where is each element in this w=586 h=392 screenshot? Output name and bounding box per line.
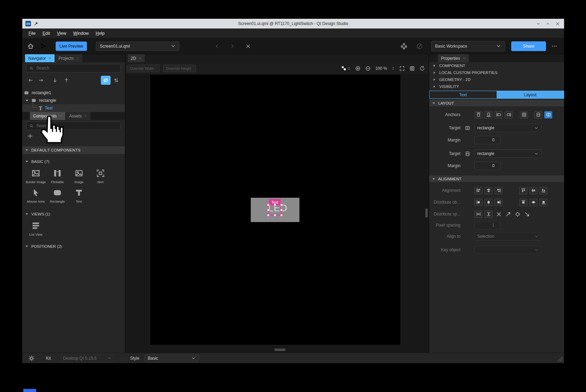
caret-down-icon[interactable] [25,99,29,103]
close-document-button[interactable] [246,43,251,49]
tab-assets[interactable]: Assets [66,112,90,120]
resize-handle[interactable] [280,204,283,206]
margin-field[interactable] [474,162,500,170]
style-selector[interactable]: Basic [145,354,199,362]
maximize-icon[interactable] [546,22,550,26]
forward-button[interactable] [230,43,235,49]
anchor-target-dropdown[interactable]: rectangle [474,124,541,132]
artboard[interactable]: Text LED [150,75,400,345]
menu-file[interactable]: File [25,30,39,37]
align-vertical-center-button[interactable] [529,187,537,194]
tree-item-text[interactable]: Text [22,104,125,112]
distribute-diamond-button[interactable] [515,211,521,217]
move-right-icon[interactable] [38,77,44,83]
component-flickable[interactable]: Flickable [47,169,68,184]
stepper-icon[interactable] [347,66,351,71]
section-visibility[interactable]: VISIBILITY [429,83,564,90]
zoom-out-icon[interactable] [365,66,371,71]
resize-handle[interactable] [267,209,270,211]
distribute-horizontal-center-button[interactable] [484,199,492,206]
anchor-top-button[interactable] [474,111,482,119]
distribute-top-button[interactable] [519,199,527,206]
tree-item-rectangle1[interactable]: rectangle1 [22,89,125,97]
section-alignment[interactable]: ALIGNMENT [429,175,564,182]
frame-selection-icon[interactable] [409,66,415,71]
minimize-icon[interactable] [536,22,540,26]
back-button[interactable] [214,43,220,49]
anchor-bottom-button[interactable] [484,111,492,119]
home-button[interactable] [27,43,34,50]
annotations-icon[interactable] [416,43,423,49]
stepper-icon[interactable] [392,66,395,71]
align-horizontal-center-button[interactable] [484,187,492,194]
zoom-in-icon[interactable] [355,66,361,71]
tab-projects[interactable]: Projects [55,54,82,62]
distribute-spacing-horizontal-button[interactable] [474,211,482,218]
override-height-field[interactable] [163,65,196,72]
menu-help[interactable]: Help [92,30,108,37]
anchor-vertical-center-button[interactable] [534,111,542,119]
distribute-diagonal-down-button[interactable] [524,211,530,217]
toggle-invisible-button[interactable] [101,76,111,85]
distribute-right-button[interactable] [495,199,503,206]
horizontal-scrollbar[interactable] [274,349,286,351]
workspace-selector[interactable]: Basic Workspace [431,41,505,51]
align-bottom-button[interactable] [539,187,547,194]
resize-handle[interactable] [274,214,276,217]
component-item[interactable]: Item [90,169,111,184]
menu-window[interactable]: Window [70,30,92,37]
share-button[interactable]: Share [511,41,546,51]
reload-view-icon[interactable] [419,66,425,71]
move-up-icon[interactable] [64,77,69,83]
menu-view[interactable]: View [54,30,70,37]
margin-field[interactable] [474,136,500,144]
move-down-icon[interactable] [52,77,58,83]
open-file-selector[interactable]: Screen01.ui.qml [96,41,179,51]
tab-navigator[interactable]: Navigator [25,54,55,62]
align-right-button[interactable] [495,187,503,194]
resize-handle[interactable] [274,204,276,206]
section-default-components[interactable]: DEFAULT COMPONENTS [22,146,125,154]
section-component[interactable]: COMPONENT [429,62,564,69]
section-geometry-2d[interactable]: GEOMETRY - 2D [429,76,564,83]
component-border-image[interactable]: Border Image [25,169,47,184]
resize-handle[interactable] [267,204,270,206]
tree-item-rectangle[interactable]: rectangle [22,97,125,104]
subtab-layout[interactable]: Layout [497,91,564,98]
tab-properties[interactable]: Properties [438,54,469,62]
anchor-left-button[interactable] [495,111,503,119]
section-local-custom-properties[interactable]: LOCAL CUSTOM PROPERTIES [429,69,564,76]
section-views[interactable]: VIEWS (1) [22,211,125,217]
component-rectangle[interactable]: Rectangle [47,188,68,203]
distribute-bottom-button[interactable] [539,199,547,206]
anchor-target-dropdown[interactable]: rectangle [474,149,541,158]
anchor-right-button[interactable] [505,111,513,119]
kit-selector[interactable]: Desktop Qt 5.15.5 [61,354,114,362]
resize-handle[interactable] [280,209,283,211]
reverse-order-icon[interactable] [113,77,119,83]
menu-edit[interactable]: Edit [39,30,54,37]
canvas-viewport[interactable]: Text LED [126,75,428,353]
close-icon[interactable] [59,114,62,117]
more-options-icon[interactable] [552,43,557,49]
close-window-icon[interactable] [555,22,560,26]
resize-grip[interactable] [557,356,563,362]
pixel-spacing-field[interactable] [474,221,500,229]
resize-handle[interactable] [267,214,270,217]
navigator-search[interactable] [26,64,121,72]
selection-box[interactable] [268,205,282,215]
align-left-button[interactable] [474,187,482,194]
live-preview-button[interactable]: Live Preview [56,41,87,51]
key-object-dropdown[interactable] [474,246,541,254]
tab-components[interactable]: Components [30,112,65,120]
tab-2d[interactable]: 2D [128,54,145,62]
components-search[interactable] [26,122,121,130]
vertical-scrollbar[interactable] [425,209,428,218]
component-mouse-area[interactable]: Mouse Area [25,188,47,203]
anchor-horizontal-center-button[interactable] [544,111,552,119]
close-icon[interactable] [76,57,79,60]
gear-icon[interactable] [29,355,34,361]
anchor-fill-button[interactable] [520,111,528,119]
component-list-view[interactable]: List View [25,221,47,236]
distribute-diagonal-up-button[interactable] [505,211,511,217]
